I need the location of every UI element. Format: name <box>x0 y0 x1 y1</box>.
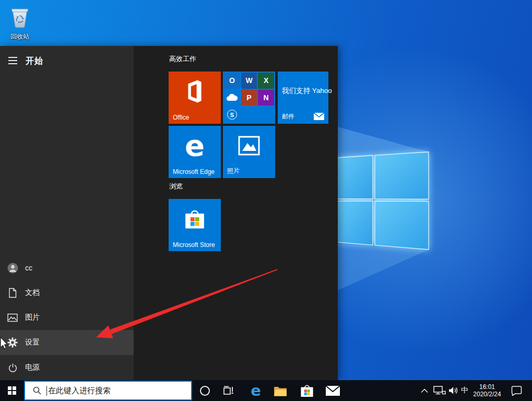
sidebar-item-settings[interactable]: 设置 <box>0 330 134 355</box>
tile-group-title: 高效工作 <box>169 54 196 64</box>
sidebar-item-label: 图片 <box>25 313 40 322</box>
start-menu-tiles: 高效工作 Office O W X P N S <box>134 46 338 380</box>
tile-label: 照片 <box>227 167 240 175</box>
tile-microsoft-store[interactable]: Microsoft Store <box>169 199 221 251</box>
sidebar-item-power[interactable]: 电源 <box>0 355 134 380</box>
hamburger-icon <box>8 57 17 58</box>
sidebar-item-user[interactable]: cc <box>0 255 134 280</box>
tile-mail[interactable]: 我们支持 Yahoo 邮件 <box>278 72 328 124</box>
tile-photos[interactable]: 照片 <box>223 126 275 178</box>
tile-label: Microsoft Store <box>173 241 215 249</box>
powerpoint-icon: P <box>241 90 257 106</box>
text-caret <box>46 386 47 396</box>
store-icon <box>300 383 314 398</box>
word-icon: W <box>241 73 257 89</box>
power-icon <box>0 363 25 373</box>
speaker-icon <box>448 386 459 395</box>
mail-promo-text: 我们支持 Yahoo <box>282 86 332 96</box>
edge-taskbar-button[interactable]: e <box>243 380 268 401</box>
onenote-icon: N <box>258 90 274 106</box>
skype-icon: S <box>224 107 240 123</box>
windows-logo-icon <box>8 386 17 395</box>
tile-label: Office <box>173 114 189 121</box>
task-view-icon <box>223 386 234 395</box>
store-taskbar-button[interactable] <box>294 380 320 401</box>
store-icon <box>184 207 205 230</box>
task-view-button[interactable] <box>216 380 241 401</box>
start-menu-title: 开始 <box>26 56 43 67</box>
recycle-bin-icon <box>8 5 31 29</box>
excel-icon: X <box>258 73 274 89</box>
photos-icon <box>238 134 261 157</box>
user-avatar-icon <box>0 263 25 274</box>
search-placeholder: 在此键入进行搜索 <box>48 386 111 396</box>
cortana-icon <box>200 386 210 396</box>
action-center-icon <box>511 386 522 396</box>
clock-time: 16:01 <box>473 383 501 391</box>
tile-group-title: 浏览 <box>169 182 183 191</box>
outlook-icon: O <box>224 73 240 89</box>
recycle-bin-label: 回收站 <box>7 32 32 41</box>
sidebar-item-pictures[interactable]: 图片 <box>0 305 134 330</box>
sidebar-item-label: 设置 <box>25 338 40 347</box>
tray-show-hidden-icons[interactable] <box>419 380 430 401</box>
document-icon <box>0 288 25 298</box>
sidebar-item-label: cc <box>25 264 32 272</box>
edge-icon: e <box>185 131 205 160</box>
search-icon <box>33 386 41 395</box>
tray-network[interactable] <box>432 380 447 401</box>
taskbar-search-box[interactable]: 在此键入进行搜索 <box>24 381 192 400</box>
network-icon <box>433 386 446 396</box>
sidebar-item-label: 文档 <box>25 288 40 298</box>
envelope-icon <box>326 386 340 396</box>
tile-label: Microsoft Edge <box>173 168 215 175</box>
tray-volume[interactable] <box>447 380 460 401</box>
sidebar-item-label: 电源 <box>25 363 40 372</box>
recycle-bin-desktop-icon[interactable]: 回收站 <box>7 5 32 41</box>
tile-label: 邮件 <box>282 112 294 121</box>
start-menu-sidebar: 开始 cc 文档 图片 <box>0 46 134 380</box>
tile-office-apps-group[interactable]: O W X P N S <box>223 72 275 124</box>
cortana-button[interactable] <box>192 380 217 401</box>
tray-ime-indicator[interactable]: 中 <box>459 380 470 401</box>
tile-microsoft-edge[interactable]: e Microsoft Edge <box>169 126 221 178</box>
hamburger-menu-button[interactable] <box>0 48 25 73</box>
onedrive-icon <box>224 90 240 106</box>
start-button[interactable] <box>0 380 24 401</box>
action-center-button[interactable] <box>509 380 524 401</box>
envelope-icon <box>314 113 324 120</box>
file-explorer-button[interactable] <box>268 380 293 401</box>
tile-office[interactable]: Office <box>169 72 221 124</box>
clock-date: 2020/2/24 <box>473 391 501 398</box>
start-menu: 开始 cc 文档 图片 <box>0 46 338 380</box>
office-icon <box>185 79 204 103</box>
chevron-up-icon <box>421 388 428 393</box>
pictures-icon <box>0 313 25 322</box>
folder-icon <box>274 385 287 396</box>
sidebar-item-documents[interactable]: 文档 <box>0 280 134 305</box>
mail-taskbar-button[interactable] <box>320 380 345 401</box>
edge-icon: e <box>251 383 261 398</box>
gear-icon <box>0 337 25 348</box>
taskbar: 在此键入进行搜索 e <box>0 380 532 401</box>
tray-clock[interactable]: 16:01 2020/2/24 <box>470 380 504 401</box>
